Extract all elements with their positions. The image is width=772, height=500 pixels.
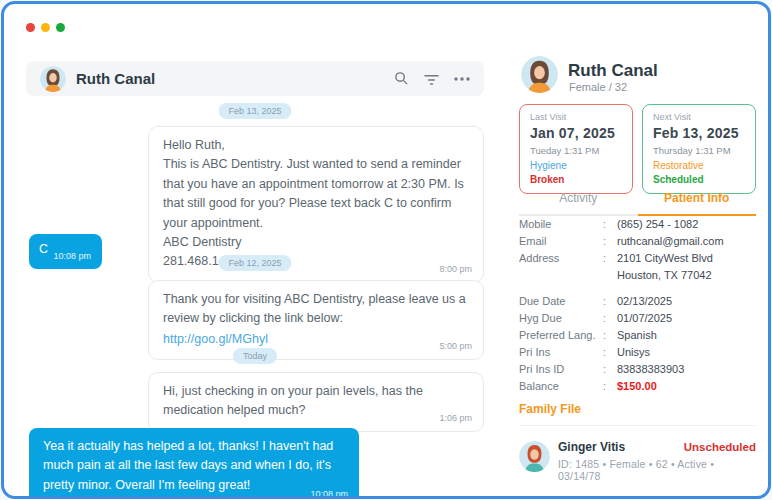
outgoing-message: Yea it actually has helped a lot, thanks…	[29, 428, 359, 499]
last-visit-date: Jan 07, 2025	[530, 125, 622, 141]
patient-avatar	[521, 56, 558, 93]
next-visit-date: Feb 13, 2025	[653, 125, 745, 141]
message-time: 8:00 pm	[439, 263, 472, 277]
date-separator: Today	[233, 348, 277, 364]
last-visit-status: Broken	[530, 174, 622, 185]
search-icon[interactable]	[394, 71, 409, 86]
more-options-icon[interactable]	[454, 77, 470, 81]
filter-icon[interactable]	[424, 72, 439, 85]
patient-name: Ruth Canal	[568, 61, 658, 81]
message-time: 5:00 pm	[439, 340, 472, 354]
family-member-row[interactable]: Ginger Vitis Unscheduled ID: 1485 • Fema…	[519, 440, 756, 482]
info-row-hyg-due: Hyg Due:01/07/2025	[519, 310, 756, 327]
family-file-title: Family File	[519, 402, 581, 416]
incoming-message: Thank you for visiting ABC Dentistry, pl…	[148, 280, 484, 360]
next-visit-day: Thursday 1:31 PM	[653, 145, 745, 156]
next-visit-card: Next Visit Feb 13, 2025 Thursday 1:31 PM…	[642, 104, 756, 194]
date-separator: Feb 12, 2025	[218, 255, 291, 271]
chat-panel: Ruth Canal Feb 13	[26, 4, 484, 498]
info-row-email: Email:ruthcanal@gmail.com	[519, 233, 756, 250]
incoming-message: Hi, just checking in on your pain levels…	[148, 372, 484, 432]
family-member-avatar	[519, 441, 550, 472]
app-window: Ruth Canal Feb 13	[1, 1, 771, 499]
info-row-balance: Balance:$150.00	[519, 378, 756, 395]
message-text: Hello Ruth, This is ABC Dentistry. Just …	[163, 136, 469, 272]
incoming-message: Hello Ruth, This is ABC Dentistry. Just …	[148, 126, 484, 283]
last-visit-day: Tueday 1:31 PM	[530, 145, 622, 156]
info-row-address: Address:2101 CityWest Blvd Houston, TX 7…	[519, 250, 756, 284]
next-visit-label: Next Visit	[653, 112, 745, 122]
info-row-mobile: Mobile:(865) 254 - 1082	[519, 216, 756, 233]
family-member-status: Unscheduled	[684, 441, 756, 453]
chat-contact-avatar	[40, 66, 66, 92]
balance-amount: $150.00	[617, 378, 756, 395]
info-row-preferred-lang: Preferred Lang.:Spanish	[519, 327, 756, 344]
message-time: 10:08 pm	[310, 488, 348, 499]
tab-activity[interactable]: Activity	[519, 191, 638, 216]
patient-panel: Ruth Canal Female / 32 Last Visit Jan 07…	[519, 4, 756, 498]
family-member-details: ID: 1485 • Female • 62 • Active • 03/14/…	[558, 458, 756, 482]
family-member-name: Ginger Vitis	[558, 440, 625, 454]
last-visit-label: Last Visit	[530, 112, 622, 122]
last-visit-type: Hygiene	[530, 160, 622, 171]
patient-tabs: Activity Patient Info	[519, 191, 756, 216]
message-text: Yea it actually has helped a lot, thanks…	[43, 437, 345, 495]
last-visit-card: Last Visit Jan 07, 2025 Tueday 1:31 PM H…	[519, 104, 633, 194]
message-text: Hi, just checking in on your pain levels…	[163, 382, 469, 421]
chat-contact-name: Ruth Canal	[76, 70, 394, 87]
patient-demographics: Female / 32	[569, 81, 627, 93]
info-row-due-date: Due Date:02/13/2025	[519, 293, 756, 310]
date-separator: Feb 13, 2025	[218, 103, 291, 119]
review-link[interactable]: http://goo.gl/MGhyl	[163, 330, 268, 349]
info-row-pri-ins: Pri Ins:Unisys	[519, 344, 756, 361]
next-visit-type: Restorative	[653, 160, 745, 171]
patient-info-list: Mobile:(865) 254 - 1082 Email:ruthcanal@…	[519, 216, 756, 395]
message-text: Thank you for visiting ABC Dentistry, pl…	[163, 290, 469, 329]
message-time: 10:08 pm	[53, 250, 91, 264]
message-time: 1:06 pm	[439, 412, 472, 426]
visit-cards: Last Visit Jan 07, 2025 Tueday 1:31 PM H…	[519, 104, 756, 194]
divider	[519, 425, 756, 426]
next-visit-status: Scheduled	[653, 174, 745, 185]
info-row-pri-ins-id: Pri Ins ID:83838383903	[519, 361, 756, 378]
chat-header: Ruth Canal	[26, 61, 484, 96]
tab-patient-info[interactable]: Patient Info	[638, 191, 757, 216]
outgoing-message: C 10:08 pm	[29, 234, 102, 269]
